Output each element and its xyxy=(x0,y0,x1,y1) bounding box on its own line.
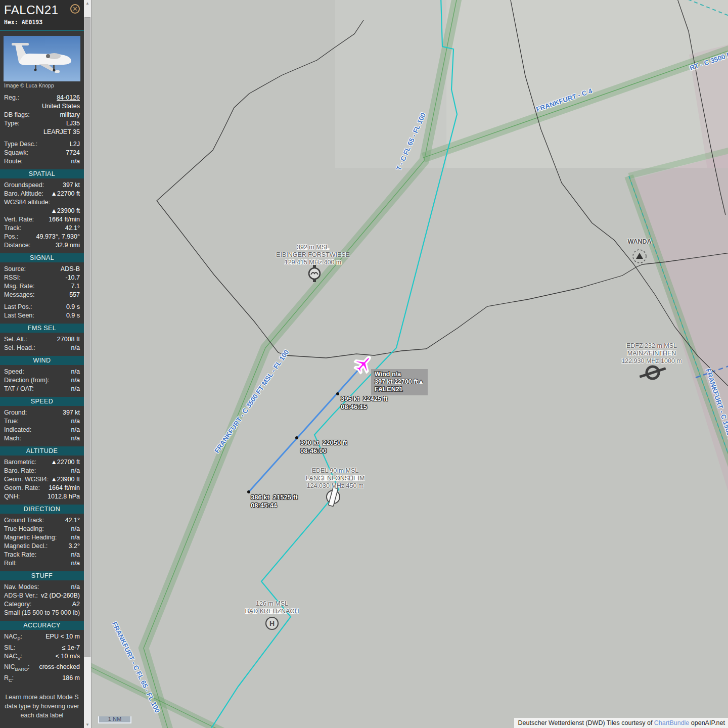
row-value: ▲22700 ft xyxy=(46,190,80,198)
aircraft-photo[interactable] xyxy=(4,36,80,81)
data-row: Baro. Altitude:▲22700 ft xyxy=(0,190,84,198)
row-label: Sel. Head.: xyxy=(4,344,35,352)
row-value: -10.7 xyxy=(23,274,80,282)
row-label: Last Seen: xyxy=(4,311,34,320)
row-label: Geom. Rate: xyxy=(4,484,40,492)
data-row: Nav. Modes:n/a xyxy=(0,583,84,592)
waypoint-label: WANDA xyxy=(627,238,651,245)
heliport-icon[interactable]: H xyxy=(266,617,278,629)
row-value: n/a xyxy=(21,417,80,426)
data-row: Speed:n/a xyxy=(0,368,84,376)
registration-link[interactable]: 84-0126 xyxy=(21,94,80,102)
tooltip-callsign: FALCN21 xyxy=(375,386,424,393)
data-row: Sel. Alt.:27008 ft xyxy=(0,335,84,344)
close-icon[interactable]: ✕ xyxy=(70,4,80,14)
scale-label: 1 NM xyxy=(108,716,121,722)
sidebar-sections: Reg.:84-0126United StatesDB flags:milita… xyxy=(0,94,84,685)
row-label: Groundspeed: xyxy=(4,181,44,190)
data-row: RC:186 m xyxy=(0,674,84,685)
scale-bar: 1 NM xyxy=(98,716,131,723)
row-value: ADS-B xyxy=(28,265,80,274)
row-label: Small (15 500 to 75 000 lb) xyxy=(4,609,80,616)
airport-label: EDEL 90 m MSL LANGENLONSHEIM 124.030 MHz… xyxy=(306,467,365,490)
row-label: Track Rate: xyxy=(4,551,36,559)
row-value: 27008 ft xyxy=(29,335,80,344)
row-label: Messages: xyxy=(4,291,34,299)
row-label: Indicated: xyxy=(4,426,31,434)
trail-point[interactable] xyxy=(295,436,298,439)
row-value: 42.1° xyxy=(23,224,80,233)
row-label: Pos.: xyxy=(4,233,19,241)
row-label: Msg. Rate: xyxy=(4,282,34,291)
row-label: Type Desc.: xyxy=(4,140,37,149)
row-label: Roll: xyxy=(4,559,17,568)
data-row: Track Rate:n/a xyxy=(0,551,84,559)
data-row: Baro. Rate:n/a xyxy=(0,467,84,475)
row-value: LEARJET 35 xyxy=(6,128,80,136)
data-row: Msg. Rate:7.1 xyxy=(0,282,84,291)
row-label: Nav. Modes: xyxy=(4,583,39,592)
airfield-strip-icon[interactable] xyxy=(327,487,340,506)
data-row: Geom. WGS84:▲23900 ft xyxy=(0,475,84,484)
data-row: Last Seen:0.9 s xyxy=(0,311,84,320)
row-value: ▲23900 ft xyxy=(6,207,80,215)
row-label: Baro. Altitude: xyxy=(4,190,43,198)
aircraft-detail-sidebar: FALCN21 Hex: AE0193 ✕ Image © Luca K xyxy=(0,0,84,728)
row-value: 397 kt xyxy=(46,181,80,190)
row-value: LJ35 xyxy=(22,119,80,128)
trail-point[interactable] xyxy=(247,490,250,493)
row-label: ADS-B Ver.: xyxy=(4,592,38,600)
section-header-signal: SIGNAL xyxy=(0,253,84,262)
data-row: QNH:1012.8 hPa xyxy=(0,492,84,501)
row-label: RC: xyxy=(4,674,14,685)
row-label: QNH: xyxy=(4,492,20,501)
row-label: Source: xyxy=(4,265,26,274)
scroll-down-icon[interactable]: ▼ xyxy=(84,722,91,727)
row-label: Ground Track: xyxy=(4,516,44,525)
hex-label: Hex: xyxy=(4,19,18,26)
row-value: n/a xyxy=(25,157,80,166)
data-row: NACP:EPU < 10 m xyxy=(0,632,84,644)
sidebar-header: FALCN21 Hex: AE0193 ✕ xyxy=(0,0,84,31)
data-row: Track:42.1° xyxy=(0,224,84,233)
data-row: Type Desc.:L2J xyxy=(0,140,84,149)
row-value: 557 xyxy=(36,291,80,299)
chartbundle-link[interactable]: ChartBundle xyxy=(654,719,690,726)
data-row: TAT / OAT:n/a xyxy=(0,385,84,393)
trail-point[interactable] xyxy=(336,392,339,395)
data-row: True:n/a xyxy=(0,417,84,426)
row-label: Distance: xyxy=(4,241,30,250)
row-label: Sel. Alt.: xyxy=(4,335,27,344)
data-row: Ground:397 kt xyxy=(0,408,84,417)
map-canvas[interactable]: H Wind n/a 397 kt 22700 ft▲ FALCN21 395 … xyxy=(91,0,728,728)
row-label: Barometric: xyxy=(4,458,36,467)
data-row: Groundspeed:397 kt xyxy=(0,181,84,190)
data-row: Direction (from):n/a xyxy=(0,376,84,385)
mode-s-note: Learn more about Mode S data type by hov… xyxy=(0,693,84,720)
row-label: NACP: xyxy=(4,632,22,644)
row-value: n/a xyxy=(19,559,80,568)
trail-point-label: 390 kt 22050 ft 08:46:00 xyxy=(300,439,347,455)
row-value xyxy=(52,198,80,207)
data-row: RSSI:-10.7 xyxy=(0,274,84,282)
section-header-speed: SPEED xyxy=(0,397,84,406)
row-value: n/a xyxy=(23,434,80,443)
callsign-title: FALCN21 xyxy=(4,3,80,17)
data-row: Distance:32.9 nmi xyxy=(0,241,84,250)
row-value: n/a xyxy=(41,583,80,592)
row-value: military xyxy=(32,111,80,119)
data-row: NICBARO:cross-checked xyxy=(0,663,84,674)
scroll-up-icon[interactable]: ▲ xyxy=(84,1,91,6)
trail-point-label: 386 kt 21525 ft 08:45:44 xyxy=(251,493,298,510)
scrollbar-thumb[interactable] xyxy=(84,17,90,657)
row-value: n/a xyxy=(38,551,80,559)
data-row: United States xyxy=(0,102,84,111)
waypoint-icon[interactable] xyxy=(633,250,646,263)
row-label: WGS84 altitude: xyxy=(4,198,50,207)
sidebar-scrollbar[interactable]: ▲ ▼ xyxy=(84,0,91,728)
airport-closed-icon[interactable] xyxy=(638,362,668,383)
row-value: EPU < 10 m xyxy=(24,632,80,644)
data-row: LEARJET 35 xyxy=(0,128,84,136)
data-row: Small (15 500 to 75 000 lb) xyxy=(0,609,84,617)
row-value: ▲22700 ft xyxy=(38,458,80,467)
